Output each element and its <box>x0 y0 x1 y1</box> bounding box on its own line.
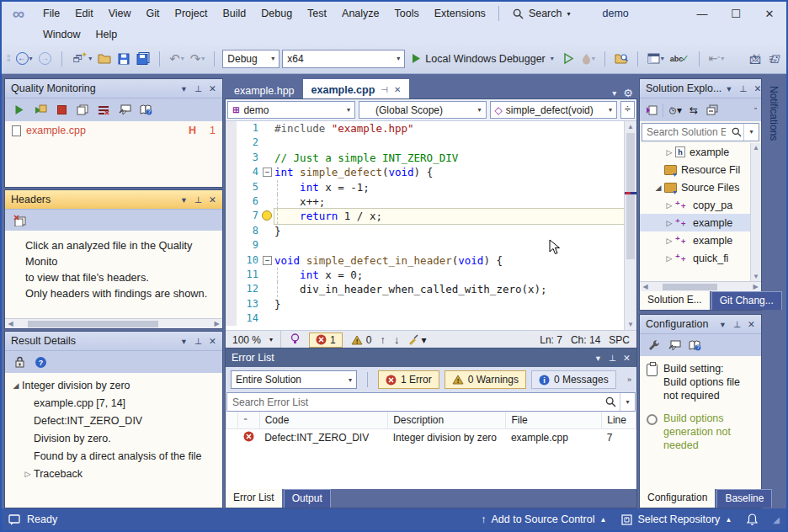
sync-with-active-document-icon[interactable]: ⇆ <box>687 104 700 117</box>
code-line[interactable]: 6 x++; <box>226 194 624 209</box>
member-select[interactable]: ◇ simple_defect(void)▾ <box>490 101 618 119</box>
save-button[interactable] <box>115 49 132 69</box>
error-count-badge[interactable]: 1 <box>309 332 343 348</box>
breakpoint-margin[interactable] <box>226 297 237 311</box>
search-options-chevron-icon[interactable]: ▾ <box>743 124 759 141</box>
code-line[interactable]: 4−int simple_defect(void) { <box>226 165 624 179</box>
scroll-down-icon[interactable]: ▼ <box>625 321 636 328</box>
breakpoint-margin[interactable] <box>226 121 237 136</box>
copy-results-icon[interactable] <box>76 104 89 117</box>
analyzed-file-row[interactable]: example.cpp H 1 <box>5 121 222 140</box>
close-icon[interactable]: ✕ <box>744 319 759 329</box>
chevron-collapsed-icon[interactable]: ▷ <box>663 148 675 157</box>
menu-analyze[interactable]: Analyze <box>334 4 386 23</box>
close-icon[interactable]: ✕ <box>205 194 220 205</box>
toolbar-overflow-icon[interactable]: ” <box>754 106 757 114</box>
menu-view[interactable]: View <box>101 4 139 23</box>
pin-icon[interactable]: ⊥ <box>730 319 744 329</box>
open-file-button[interactable] <box>96 49 113 69</box>
headers-title-bar[interactable]: Headers ▾ ⊥ ✕ <box>5 190 222 209</box>
next-issue-icon[interactable]: ↓ <box>394 333 400 346</box>
chevron-collapsed-icon[interactable]: ▷ <box>663 219 675 227</box>
tab-list-chevron-icon[interactable]: ▾ <box>612 88 616 98</box>
live-share-button[interactable]: 🖅 <box>766 49 783 69</box>
tab-solution-explorer[interactable]: Solution E... <box>640 291 710 310</box>
toolbar-grip[interactable]: ⁞⁞ <box>7 54 10 63</box>
menu-file[interactable]: File <box>35 4 67 23</box>
window-position-icon[interactable]: ▾ <box>177 336 191 346</box>
menu-git[interactable]: Git <box>139 4 168 23</box>
window-position-icon[interactable]: ▾ <box>721 83 736 93</box>
code-line[interactable]: 9 <box>226 238 624 253</box>
clear-headers-icon[interactable] <box>13 214 26 227</box>
fold-collapse-icon[interactable]: − <box>263 168 272 177</box>
menu-edit[interactable]: Edit <box>67 4 101 23</box>
solution-tree-item[interactable]: ◢Source Files <box>640 178 761 196</box>
tab-example-cpp[interactable]: example.cpp ⊣ ✕ <box>303 79 410 99</box>
fold-collapse-icon[interactable]: − <box>263 256 272 265</box>
spell-check-button[interactable]: abc✓ <box>668 49 691 69</box>
tab-configuration[interactable]: Configuration <box>640 489 715 508</box>
split-editor-handle[interactable]: ÷ <box>620 101 635 119</box>
configuration-title-bar[interactable]: Configuration ▾ ⊥ ✕ <box>640 315 761 333</box>
code-line[interactable]: 1#include "example.hpp" <box>226 121 624 136</box>
toolbar-overflow-icon[interactable]: » <box>627 375 631 384</box>
tab-git-changes[interactable]: Git Chang... <box>711 291 782 310</box>
pin-icon[interactable]: ⊥ <box>736 83 750 93</box>
notifications-bell-icon[interactable] <box>747 513 758 525</box>
suggestion-lightbulb-icon[interactable] <box>290 333 301 347</box>
code-line[interactable]: 2 <box>226 136 624 150</box>
code-area[interactable]: 1#include "example.hpp"23// Just a simpl… <box>226 121 624 330</box>
vertical-scrollbar[interactable]: ▲ ▼ <box>624 121 636 330</box>
solution-explorer-title-bar[interactable]: Solution Explo... ▾ ⊥ ✕ <box>640 79 761 98</box>
search-options-chevron-icon[interactable]: ▾ <box>620 393 635 411</box>
tree-item[interactable]: Found by a direct analysis of the file <box>5 447 222 465</box>
navigate-back-button[interactable]: ←▾ <box>14 49 35 69</box>
solution-tree-item[interactable]: ▷⁺₊example <box>640 231 761 249</box>
tab-error-list[interactable]: Error List <box>226 489 282 508</box>
editor-settings-gear-icon[interactable]: ⚙ <box>623 87 633 99</box>
run-analysis-icon[interactable] <box>13 104 26 117</box>
result-details-title-bar[interactable]: Result Details ▾ ⊥ ✕ <box>5 332 222 350</box>
close-icon[interactable]: ✕ <box>205 336 220 346</box>
select-repository-button[interactable]: Select Repository▲ <box>621 513 732 525</box>
window-position-icon[interactable]: ▾ <box>177 83 191 93</box>
collapse-all-icon[interactable] <box>705 104 719 117</box>
scroll-up-icon[interactable]: ▲ <box>625 123 636 130</box>
menu-window[interactable]: Window <box>35 25 88 44</box>
hot-reload-button[interactable]: ▾ <box>580 49 597 69</box>
settings-feedback-icon[interactable] <box>118 104 131 117</box>
tab-output[interactable]: Output <box>284 489 331 508</box>
breakpoint-margin[interactable] <box>226 224 237 238</box>
run-analysis-on-file-icon[interactable] <box>34 104 47 117</box>
close-icon[interactable]: ✕ <box>205 83 220 93</box>
stop-analysis-icon[interactable] <box>55 104 68 117</box>
close-icon[interactable]: ✕ <box>394 85 401 94</box>
code-line[interactable]: 13} <box>226 297 624 311</box>
redo-button[interactable]: ↷▾ <box>189 49 207 69</box>
close-icon[interactable]: ✕ <box>620 353 634 363</box>
solution-tree-item[interactable]: Resource Fil <box>640 161 761 178</box>
breakpoint-margin[interactable] <box>226 238 237 253</box>
breakpoint-margin[interactable] <box>226 209 237 223</box>
errors-filter-button[interactable]: 1 Error <box>378 370 439 389</box>
feedback-icon[interactable] <box>8 514 20 525</box>
menu-debug[interactable]: Debug <box>253 4 300 23</box>
code-line[interactable]: 3// Just a simple INT_ZERO_DIV <box>226 151 624 165</box>
pin-icon[interactable]: ⊥ <box>191 83 205 93</box>
code-cleanup-icon[interactable]: ▾ <box>407 334 426 346</box>
menu-extensions[interactable]: Extensions <box>427 4 493 23</box>
vertical-scrollbar[interactable]: ▲▼ <box>750 143 761 281</box>
menu-tools[interactable]: Tools <box>387 4 427 23</box>
solution-explorer-window-button[interactable]: ▾ <box>646 49 666 69</box>
chevron-expanded-icon[interactable]: ◢ <box>10 381 22 390</box>
tab-baseline[interactable]: Baseline <box>716 489 772 508</box>
code-line[interactable]: 10−void simple_defect_in_header(void) { <box>226 253 624 268</box>
maximize-button[interactable]: ☐ <box>719 3 753 24</box>
lock-icon[interactable] <box>13 355 26 369</box>
close-button[interactable]: ✕ <box>753 3 786 24</box>
window-position-icon[interactable]: ▾ <box>591 353 605 363</box>
solution-explorer-search[interactable]: ▾ <box>642 123 759 141</box>
pin-icon[interactable]: ⊥ <box>191 336 205 346</box>
navigate-forward-button[interactable]: → <box>37 49 54 69</box>
